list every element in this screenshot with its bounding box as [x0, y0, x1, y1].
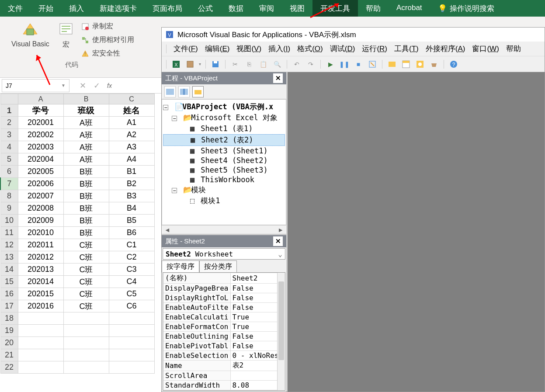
cell[interactable]: 202010	[18, 227, 63, 239]
row-header[interactable]: 11	[0, 227, 18, 239]
property-row[interactable]: EnablePivotTablFalse	[163, 341, 286, 351]
row-header[interactable]: 7	[0, 178, 18, 190]
vbe-menu-item[interactable]: 帮助	[503, 45, 524, 53]
ribbon-tab[interactable]: Acrobat	[389, 0, 430, 17]
relative-ref-button[interactable]: 使用相对引用	[79, 35, 136, 45]
row-header[interactable]: 4	[0, 141, 18, 153]
tree-node-sheet[interactable]: ▦ Sheet4 (Sheet2)	[163, 156, 285, 165]
cell[interactable]: 姓名	[109, 104, 154, 117]
cell[interactable]: A班	[63, 129, 109, 141]
cell[interactable]: 202016	[18, 300, 63, 312]
cell[interactable]: B班	[63, 178, 109, 190]
ribbon-tab[interactable]: 公式	[190, 0, 221, 17]
cell[interactable]: C班	[63, 300, 109, 312]
select-all-corner[interactable]	[0, 94, 18, 104]
row-header[interactable]: 22	[0, 361, 18, 374]
property-row[interactable]: Name表2	[163, 361, 286, 371]
cell[interactable]: B2	[109, 178, 154, 190]
name-box[interactable]: J7 ▼	[2, 79, 69, 92]
cell[interactable]: 202002	[18, 129, 63, 141]
cell[interactable]: 202014	[18, 276, 63, 288]
visual-basic-button[interactable]: Visual Basic	[8, 19, 53, 59]
column-header[interactable]: A	[18, 94, 63, 104]
cell[interactable]: A班	[63, 141, 109, 153]
properties-window-icon[interactable]	[401, 59, 411, 69]
row-header[interactable]: 15	[0, 276, 18, 288]
properties-table[interactable]: (名称)Sheet2DisplayPageBreaFalseDisplayRig…	[163, 272, 285, 391]
close-icon[interactable]: ✕	[273, 73, 283, 83]
paste-icon[interactable]: 📋	[258, 59, 268, 69]
macros-button[interactable]: 宏	[53, 19, 79, 59]
tree-node-workbook[interactable]: ▦ ThisWorkbook	[163, 175, 285, 184]
cell[interactable]: A班	[63, 153, 109, 166]
ribbon-tab[interactable]: 开发工具	[312, 0, 358, 17]
cell[interactable]: 202007	[18, 190, 63, 202]
cell[interactable]: C4	[109, 276, 154, 288]
tree-node-module[interactable]: ⬚ 模块1	[163, 195, 285, 206]
stop-icon[interactable]: ■	[353, 59, 364, 69]
cell[interactable]: A3	[109, 141, 154, 153]
cell[interactable]: C班	[63, 276, 109, 288]
cell[interactable]	[18, 361, 63, 374]
cell[interactable]: 202003	[18, 141, 63, 153]
vbe-menu-item[interactable]: 运行(R)	[358, 45, 391, 53]
help-icon[interactable]: ?	[448, 59, 459, 69]
property-row[interactable]: (名称)Sheet2	[163, 273, 286, 284]
property-row[interactable]: EnableOutliningFalse	[163, 332, 286, 341]
cell[interactable]: C1	[109, 239, 154, 251]
row-header[interactable]: 5	[0, 153, 18, 166]
row-header[interactable]: 18	[0, 312, 18, 325]
tree-hscrollbar[interactable]: ◄ ►	[162, 225, 286, 234]
cell[interactable]	[109, 337, 154, 349]
properties-tab[interactable]: 按字母序	[162, 260, 199, 273]
cell[interactable]	[18, 312, 63, 325]
cell[interactable]: 202006	[18, 178, 63, 190]
cell[interactable]: B班	[63, 166, 109, 178]
tree-node-sheet[interactable]: ▦ Sheet5 (Sheet3)	[163, 165, 285, 175]
cell[interactable]: B6	[109, 227, 154, 239]
cell[interactable]: A4	[109, 153, 154, 166]
cell[interactable]: 202009	[18, 215, 63, 227]
cell[interactable]	[109, 325, 154, 337]
redo-icon[interactable]: ↷	[305, 59, 316, 69]
cancel-icon[interactable]: ✕	[76, 81, 90, 90]
row-header[interactable]: 6	[0, 166, 18, 178]
cell[interactable]	[63, 325, 109, 337]
row-header[interactable]: 20	[0, 337, 18, 349]
cell[interactable]: C2	[109, 251, 154, 264]
cell[interactable]: C班	[63, 264, 109, 276]
tree-node-sheet[interactable]: ▦ Sheet2 (表2)	[163, 134, 285, 146]
vbe-menu-item[interactable]: 调试(D)	[326, 45, 359, 53]
ribbon-tab[interactable]: 文件	[0, 0, 31, 17]
ribbon-tab[interactable]: 帮助	[358, 0, 389, 17]
row-header[interactable]: 1	[0, 104, 18, 117]
find-icon[interactable]: 🔍	[272, 59, 282, 69]
row-header[interactable]: 19	[0, 325, 18, 337]
cell[interactable]	[18, 349, 63, 361]
column-header[interactable]: B	[63, 94, 109, 104]
property-row[interactable]: ScrollArea	[163, 371, 286, 381]
cell[interactable]: A班	[63, 117, 109, 129]
cell[interactable]	[63, 361, 109, 374]
object-browser-icon[interactable]	[415, 59, 425, 69]
cell[interactable]	[18, 325, 63, 337]
cell[interactable]: B5	[109, 215, 154, 227]
cell[interactable]: A1	[109, 117, 154, 129]
ribbon-tab[interactable]: 页面布局	[145, 0, 190, 17]
properties-tab[interactable]: 按分类序	[199, 260, 237, 273]
vbe-menu-item[interactable]: 文件(F)	[170, 45, 201, 53]
ribbon-tab[interactable]: 新建选项卡	[92, 0, 145, 17]
cell[interactable]: A2	[109, 129, 154, 141]
cell[interactable]: C班	[63, 288, 109, 300]
insert-module-icon[interactable]	[185, 59, 195, 69]
fx-button[interactable]: fx	[104, 82, 115, 89]
vbe-menu-item[interactable]: 插入(I)	[265, 45, 294, 53]
cell[interactable]	[63, 312, 109, 325]
row-header[interactable]: 3	[0, 129, 18, 141]
property-row[interactable]: DisplayRightToLFalse	[163, 293, 286, 303]
cell[interactable]: 202012	[18, 251, 63, 264]
cell[interactable]: 202011	[18, 239, 63, 251]
ribbon-tab[interactable]: 数据	[221, 0, 251, 17]
vbe-menu-item[interactable]: 窗口(W)	[469, 45, 502, 53]
enter-icon[interactable]: ✓	[90, 81, 104, 90]
